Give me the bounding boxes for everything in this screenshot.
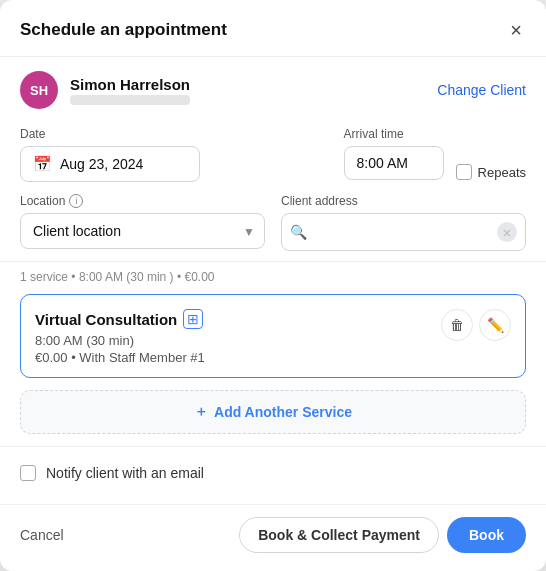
divider	[0, 446, 546, 447]
service-time: 8:00 AM (30 min)	[35, 333, 205, 348]
location-address-row: Location i Client location My location O…	[20, 194, 526, 251]
location-group: Location i Client location My location O…	[20, 194, 265, 251]
date-label: Date	[20, 127, 328, 141]
service-actions: 🗑 ✏️	[441, 309, 511, 341]
address-input[interactable]	[311, 214, 497, 250]
book-button[interactable]: Book	[447, 517, 526, 553]
notify-label: Notify client with an email	[46, 465, 204, 481]
notify-checkbox[interactable]	[20, 465, 36, 481]
client-name: Simon Harrelson	[70, 76, 425, 93]
delete-service-button[interactable]: 🗑	[441, 309, 473, 341]
client-info: Simon Harrelson	[70, 76, 425, 105]
notify-row: Notify client with an email	[0, 455, 546, 489]
date-input[interactable]: 📅 Aug 23, 2024	[20, 146, 200, 182]
service-info: Virtual Consultation ⊞ 8:00 AM (30 min) …	[35, 309, 205, 365]
summary-bar: 1 service • 8:00 AM (30 min ) • €0.00	[0, 261, 546, 290]
client-row: SH Simon Harrelson Change Client	[0, 57, 546, 119]
service-card-wrapper: Virtual Consultation ⊞ 8:00 AM (30 min) …	[0, 290, 546, 386]
address-group: Client address 🔍 ×	[281, 194, 526, 251]
service-card: Virtual Consultation ⊞ 8:00 AM (30 min) …	[20, 294, 526, 378]
location-label: Location i	[20, 194, 265, 208]
service-expand-button[interactable]: ⊞	[183, 309, 203, 329]
repeats-label: Repeats	[478, 165, 526, 180]
book-collect-button[interactable]: Book & Collect Payment	[239, 517, 439, 553]
service-name-row: Virtual Consultation ⊞	[35, 309, 205, 329]
address-clear-button[interactable]: ×	[497, 222, 517, 242]
form-section: Date 📅 Aug 23, 2024 Arrival time Repeats	[0, 119, 546, 261]
address-search-wrapper: 🔍 ×	[281, 213, 526, 251]
repeats-checkbox[interactable]	[456, 164, 472, 180]
edit-icon: ✏️	[487, 317, 504, 333]
modal-title: Schedule an appointment	[20, 20, 227, 40]
location-select-wrapper: Client location My location Other ▼	[20, 213, 265, 251]
arrival-group: Arrival time Repeats	[344, 127, 526, 182]
service-price: €0.00 • With Staff Member #1	[35, 350, 205, 365]
time-input[interactable]	[344, 146, 444, 180]
add-service-button[interactable]: ＋ Add Another Service	[20, 390, 526, 434]
date-group: Date 📅 Aug 23, 2024	[20, 127, 328, 182]
trash-icon: 🗑	[450, 317, 464, 333]
modal-header: Schedule an appointment ×	[0, 0, 546, 57]
change-client-button[interactable]: Change Client	[437, 82, 526, 98]
add-service-label: Add Another Service	[214, 404, 352, 420]
service-name: Virtual Consultation	[35, 311, 177, 328]
arrival-row: Repeats	[344, 146, 526, 180]
calendar-icon: 📅	[33, 155, 52, 173]
repeats-row: Repeats	[456, 164, 526, 180]
close-button[interactable]: ×	[506, 18, 526, 42]
footer: Cancel Book & Collect Payment Book	[0, 504, 546, 571]
location-info-icon[interactable]: i	[69, 194, 83, 208]
edit-service-button[interactable]: ✏️	[479, 309, 511, 341]
client-subtitle	[70, 95, 190, 105]
footer-actions: Book & Collect Payment Book	[239, 517, 526, 553]
summary-text: 1 service • 8:00 AM (30 min ) • €0.00	[20, 270, 215, 284]
date-value: Aug 23, 2024	[60, 156, 143, 172]
plus-icon: ＋	[194, 403, 208, 421]
cancel-button[interactable]: Cancel	[20, 527, 64, 543]
address-label: Client address	[281, 194, 526, 208]
avatar: SH	[20, 71, 58, 109]
search-icon: 🔍	[290, 224, 307, 240]
arrival-label: Arrival time	[344, 127, 526, 141]
date-arrival-row: Date 📅 Aug 23, 2024 Arrival time Repeats	[20, 127, 526, 182]
schedule-appointment-modal: Schedule an appointment × SH Simon Harre…	[0, 0, 546, 571]
location-select[interactable]: Client location My location Other	[20, 213, 265, 249]
